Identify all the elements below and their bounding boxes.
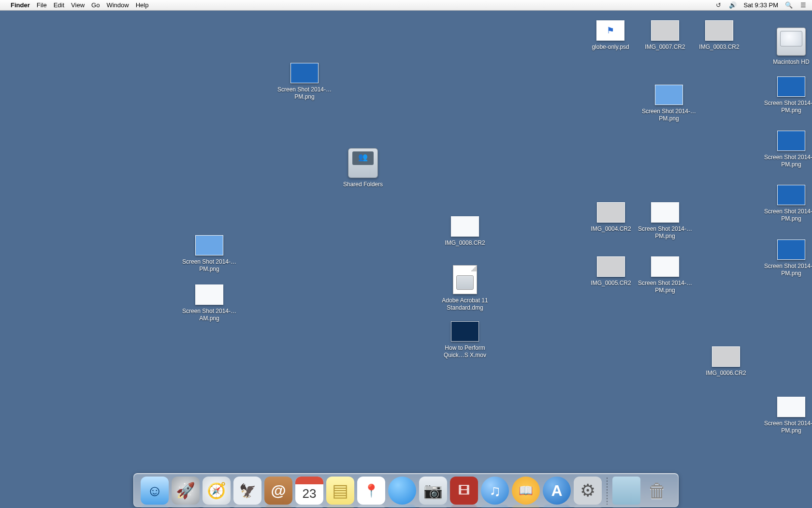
- file-label: IMG_0007.CR2: [644, 44, 686, 51]
- menu-help[interactable]: Help: [136, 1, 149, 9]
- file-label: IMG_0008.CR2: [444, 239, 486, 247]
- desktop-item-mov[interactable]: How to Perform Quick…S X.mov: [436, 321, 494, 359]
- dock-item-trash[interactable]: [643, 477, 671, 505]
- file-icon: [453, 265, 477, 294]
- file-icon: [451, 321, 479, 342]
- file-label: Screen Shot 2014-…PM.png: [636, 280, 694, 294]
- file-icon: [651, 202, 679, 223]
- dock-item-photobooth[interactable]: [450, 477, 478, 505]
- dock-container: [133, 473, 679, 508]
- file-icon: [195, 235, 223, 255]
- desktop-item-ss-right3[interactable]: Screen Shot 2014-…PM.png: [762, 185, 812, 223]
- file-label: How to Perform Quick…S X.mov: [436, 344, 494, 359]
- file-label: IMG_0004.CR2: [590, 225, 632, 233]
- menu-go[interactable]: Go: [91, 1, 100, 9]
- file-label: Screen Shot 2014-…AM.png: [180, 308, 238, 322]
- dock-item-messages[interactable]: [388, 477, 416, 505]
- file-icon: [777, 28, 806, 56]
- file-icon: [597, 202, 625, 223]
- dock-separator: [607, 478, 608, 505]
- file-icon: [451, 216, 479, 237]
- file-icon: [655, 85, 683, 105]
- dock-item-maps[interactable]: [357, 477, 385, 505]
- dock: [133, 473, 679, 507]
- dock-item-sysprefs[interactable]: [574, 477, 602, 505]
- desktop-item-img0007[interactable]: IMG_0007.CR2: [636, 20, 694, 51]
- desktop-item-img0005[interactable]: IMG_0005.CR2: [582, 256, 640, 287]
- file-label: Screen Shot 2014-…PM.png: [762, 208, 812, 223]
- desktop-item-ss5[interactable]: Screen Shot 2014-…PM.png: [636, 256, 694, 294]
- file-label: Screen Shot 2014-…PM.png: [762, 420, 812, 434]
- dock-item-ibooks[interactable]: [512, 477, 540, 505]
- file-icon: [651, 256, 679, 277]
- desktop-item-ss6[interactable]: Screen Shot 2014-…AM.png: [180, 284, 238, 322]
- desktop-item-hd[interactable]: Macintosh HD: [762, 28, 812, 66]
- file-label: Screen Shot 2014-…PM.png: [636, 225, 694, 240]
- desktop-item-ss1[interactable]: Screen Shot 2014-…PM.png: [276, 63, 334, 101]
- file-icon: [777, 397, 805, 417]
- desktop-item-img0003[interactable]: IMG_0003.CR2: [690, 20, 748, 51]
- file-label: Adobe Acrobat 11 Standard.dmg: [436, 297, 494, 312]
- dock-item-safari[interactable]: [203, 477, 231, 505]
- file-label: Screen Shot 2014-…PM.png: [180, 258, 238, 273]
- desktop-item-ss2[interactable]: Screen Shot 2014-…PM.png: [640, 85, 698, 122]
- desktop-item-ss-right4[interactable]: Screen Shot 2014-…PM.png: [762, 239, 812, 277]
- file-label: Macintosh HD: [772, 59, 810, 66]
- desktop-item-img0008[interactable]: IMG_0008.CR2: [436, 216, 494, 247]
- file-label: Shared Folders: [342, 181, 384, 188]
- desktop-item-img0004[interactable]: IMG_0004.CR2: [582, 202, 640, 233]
- file-label: Screen Shot 2014-…PM.png: [762, 154, 812, 168]
- desktop[interactable]: Macintosh HDglobe-only.psdIMG_0007.CR2IM…: [0, 11, 812, 508]
- dock-item-downloads[interactable]: [612, 477, 640, 505]
- dock-item-mail[interactable]: [233, 477, 261, 505]
- app-name[interactable]: Finder: [11, 1, 30, 9]
- file-icon: [705, 20, 733, 41]
- file-label: globe-only.psd: [591, 44, 630, 51]
- dock-item-appstore[interactable]: [543, 477, 571, 505]
- menu-view[interactable]: View: [71, 1, 85, 9]
- desktop-item-ss4[interactable]: Screen Shot 2014-…PM.png: [180, 235, 238, 273]
- file-icon: [596, 20, 624, 41]
- timemachine-icon[interactable]: ↺: [714, 1, 722, 9]
- file-label: IMG_0006.CR2: [705, 370, 747, 377]
- menu-file[interactable]: File: [37, 1, 47, 9]
- menubar: Finder File Edit View Go Window Help ↺ 🔊…: [0, 0, 812, 11]
- file-icon: [777, 239, 805, 260]
- dock-item-finder[interactable]: [141, 477, 169, 505]
- file-label: Screen Shot 2014-…PM.png: [762, 100, 812, 114]
- file-icon: [777, 76, 805, 97]
- file-label: Screen Shot 2014-…PM.png: [276, 86, 334, 101]
- file-label: IMG_0005.CR2: [590, 280, 632, 287]
- file-icon: [777, 131, 805, 151]
- desktop-item-img0006[interactable]: IMG_0006.CR2: [697, 346, 755, 377]
- dock-item-itunes[interactable]: [481, 477, 509, 505]
- dock-item-notes[interactable]: [326, 477, 354, 505]
- file-label: IMG_0003.CR2: [698, 44, 740, 51]
- menubar-clock[interactable]: Sat 9:33 PM: [743, 1, 778, 9]
- volume-icon[interactable]: 🔊: [729, 1, 737, 9]
- spotlight-icon[interactable]: 🔍: [785, 1, 793, 9]
- file-icon: [348, 148, 378, 178]
- menu-edit[interactable]: Edit: [54, 1, 64, 9]
- desktop-item-ss3[interactable]: Screen Shot 2014-…PM.png: [636, 202, 694, 240]
- file-icon: [651, 20, 679, 41]
- desktop-item-shared[interactable]: Shared Folders: [334, 148, 392, 188]
- dock-item-calendar[interactable]: [295, 477, 323, 505]
- file-icon: [777, 185, 805, 205]
- file-icon: [712, 346, 740, 367]
- file-label: Screen Shot 2014-…PM.png: [640, 108, 698, 122]
- file-label: Screen Shot 2014-…PM.png: [762, 263, 812, 277]
- file-icon: [290, 63, 319, 83]
- dock-item-contacts[interactable]: [264, 477, 292, 505]
- desktop-item-globe-psd[interactable]: globe-only.psd: [581, 20, 639, 51]
- file-icon: [597, 256, 625, 277]
- dock-item-facetime[interactable]: [419, 477, 447, 505]
- dock-item-launchpad[interactable]: [172, 477, 200, 505]
- desktop-item-ss-right2[interactable]: Screen Shot 2014-…PM.png: [762, 131, 812, 168]
- menu-window[interactable]: Window: [106, 1, 129, 9]
- desktop-item-dmg[interactable]: Adobe Acrobat 11 Standard.dmg: [436, 265, 494, 312]
- desktop-item-ss-right5[interactable]: Screen Shot 2014-…PM.png: [762, 397, 812, 434]
- desktop-item-ss-right1[interactable]: Screen Shot 2014-…PM.png: [762, 76, 812, 114]
- notification-center-icon[interactable]: ☰: [799, 1, 807, 9]
- file-icon: [195, 284, 223, 305]
